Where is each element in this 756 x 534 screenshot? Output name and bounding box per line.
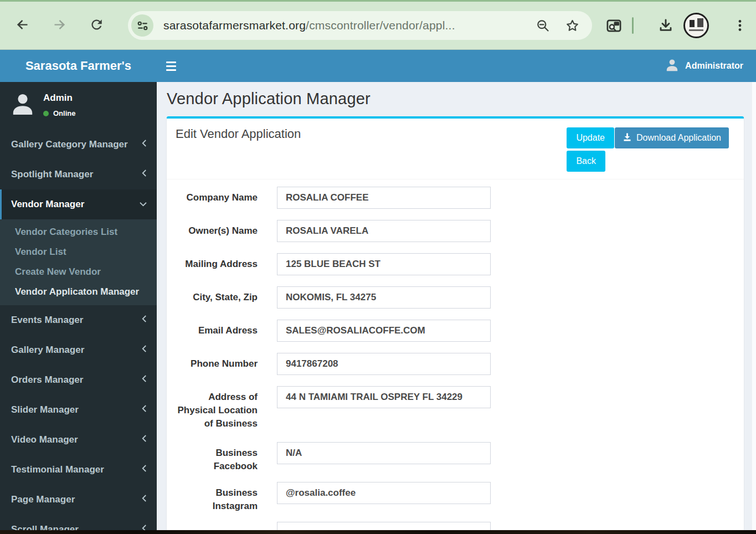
sidebar-toggle-button[interactable] (166, 57, 185, 75)
page-title: Vendor Application Manager (167, 90, 744, 108)
city-state-zip-label: City, State, Zip (176, 286, 258, 309)
sidebar-item-page-manager[interactable]: Page Manager (0, 485, 157, 515)
chevron-left-icon (141, 374, 147, 386)
sidebar-item-gallery-manager[interactable]: Gallery Manager (0, 335, 157, 365)
main-content: Vendor Application Manager Edit Vendor A… (157, 82, 756, 530)
sidebar-item-label: Orders Manager (11, 374, 83, 386)
vendor-manager-submenu: Vendor Categories List Vendor List Creat… (0, 219, 157, 305)
form-row: Email Adress (176, 320, 735, 342)
chevron-left-icon (141, 345, 147, 356)
business-instagram-label: Business Instagram (176, 482, 258, 513)
forward-arrow-icon (52, 17, 67, 34)
phone-number-label: Phone Number (176, 353, 258, 375)
form-row: Owner(s) Name (176, 220, 735, 242)
mailing-address-input[interactable] (277, 253, 491, 275)
toolbar-actions (605, 13, 747, 38)
user-status-label: Online (53, 109, 75, 117)
sidebar-subitem-create-new-vendor[interactable]: Create New Vendor (0, 262, 157, 282)
physical-location-label: Address of Physical Location of Business (176, 386, 258, 430)
address-bar[interactable]: sarasotafarmersmarket.org/cmscontroller/… (128, 11, 592, 40)
sidebar-item-spotlight-manager[interactable]: Spotlight Manager (0, 160, 157, 189)
owners-name-label: Owner(s) Name (176, 220, 258, 242)
city-state-zip-input[interactable] (277, 286, 491, 309)
chevron-left-icon (141, 434, 147, 445)
sidebar-menu: Gallery Category Manager Spotlight Manag… (0, 130, 157, 534)
business-facebook-input[interactable] (277, 442, 491, 464)
chevron-left-icon (141, 169, 147, 180)
sidebar-subitem-vendor-categories-list[interactable]: Vendor Categories List (0, 222, 157, 242)
user-avatar-icon (9, 91, 36, 120)
browser-menu-icon[interactable] (733, 18, 747, 33)
chevron-left-icon (141, 139, 147, 150)
desktop-edge (0, 530, 756, 534)
sidebar-item-label: Page Manager (11, 494, 75, 505)
browser-forward-button[interactable] (44, 10, 75, 41)
browser-profile-avatar[interactable] (683, 13, 709, 38)
browser-toolbar: sarasotafarmersmarket.org/cmscontroller/… (0, 0, 756, 50)
owners-name-input[interactable] (277, 220, 491, 242)
sidebar-item-orders-manager[interactable]: Orders Manager (0, 365, 157, 395)
online-dot-icon (43, 111, 49, 116)
chevron-left-icon (141, 404, 147, 415)
sidebar-item-gallery-category-manager[interactable]: Gallery Category Manager (0, 130, 157, 160)
side-search-icon[interactable] (605, 17, 623, 34)
sidebar-item-label: Video Manager (11, 434, 78, 445)
phone-number-input[interactable] (277, 353, 491, 375)
url-path: /cmscontroller/vendor/appl... (306, 19, 455, 32)
sidebar: Sarasota Farmer's Admin Online Gallery C… (0, 50, 157, 530)
sidebar-item-label: Vendor Manager (11, 199, 84, 210)
form-row: Mailing Address (176, 253, 735, 275)
form-row: Phone Number (176, 353, 735, 375)
topnav-user-menu[interactable]: Administrator (665, 58, 743, 75)
card-actions: Update Download Application Back (567, 127, 729, 172)
downloads-icon[interactable] (657, 17, 674, 34)
form-row: Address of Physical Location of Business (176, 386, 735, 430)
user-panel: Admin Online (0, 82, 157, 127)
url-text: sarasotafarmersmarket.org/cmscontroller/… (163, 19, 521, 32)
topnav: Administrator (157, 50, 756, 82)
business-instagram-input[interactable] (277, 482, 491, 504)
zoom-level-icon[interactable] (536, 18, 551, 33)
sidebar-subitem-vendor-list[interactable]: Vendor List (0, 242, 157, 262)
reload-icon (89, 17, 104, 34)
site-settings-icon[interactable] (131, 14, 153, 37)
chevron-left-icon (141, 315, 147, 326)
email-address-input[interactable] (277, 320, 491, 342)
update-button[interactable]: Update (567, 127, 614, 148)
company-name-input[interactable] (277, 187, 491, 209)
edit-vendor-application-card: Edit Vendor Application Update Download … (167, 116, 744, 530)
brand[interactable]: Sarasota Farmer's (0, 50, 157, 82)
user-status[interactable]: Online (43, 109, 75, 117)
browser-reload-button[interactable] (81, 10, 112, 41)
url-domain: sarasotafarmersmarket.org (163, 19, 306, 32)
sidebar-item-label: Slider Manager (11, 404, 79, 415)
download-application-button[interactable]: Download Application (615, 127, 729, 148)
next-field-input-partial[interactable] (277, 522, 491, 530)
sidebar-subitem-vendor-application-manager[interactable]: Vendor Applicaton Manager (0, 282, 157, 302)
form-row: Company Name (176, 187, 735, 209)
sidebar-item-slider-manager[interactable]: Slider Manager (0, 395, 157, 425)
sidebar-item-testimonial-manager[interactable]: Testimonial Manager (0, 455, 157, 485)
toolbar-divider-icon (632, 17, 634, 34)
physical-location-input[interactable] (277, 386, 491, 408)
back-arrow-icon (15, 17, 30, 34)
sidebar-item-label: Events Manager (11, 315, 83, 326)
screen: sarasotafarmersmarket.org/cmscontroller/… (0, 0, 756, 534)
chevron-left-icon (141, 494, 147, 505)
user-name: Admin (43, 93, 75, 104)
sidebar-item-video-manager[interactable]: Video Manager (0, 425, 157, 455)
back-button[interactable]: Back (567, 151, 605, 172)
business-facebook-label: Business Facebook (176, 442, 258, 473)
page-scrollbar[interactable] (752, 82, 756, 530)
sidebar-item-vendor-manager[interactable]: Vendor Manager (0, 189, 157, 219)
sidebar-item-label: Gallery Manager (11, 345, 84, 356)
sidebar-item-events-manager[interactable]: Events Manager (0, 305, 157, 335)
form-row: Business Facebook (176, 442, 735, 473)
bookmark-star-icon[interactable] (565, 18, 580, 33)
download-icon (623, 132, 632, 144)
browser-back-button[interactable] (7, 10, 38, 41)
form-row: City, State, Zip (176, 286, 735, 309)
download-button-label: Download Application (636, 133, 721, 143)
sidebar-item-label: Spotlight Manager (11, 169, 93, 180)
user-meta: Admin Online (43, 91, 75, 117)
